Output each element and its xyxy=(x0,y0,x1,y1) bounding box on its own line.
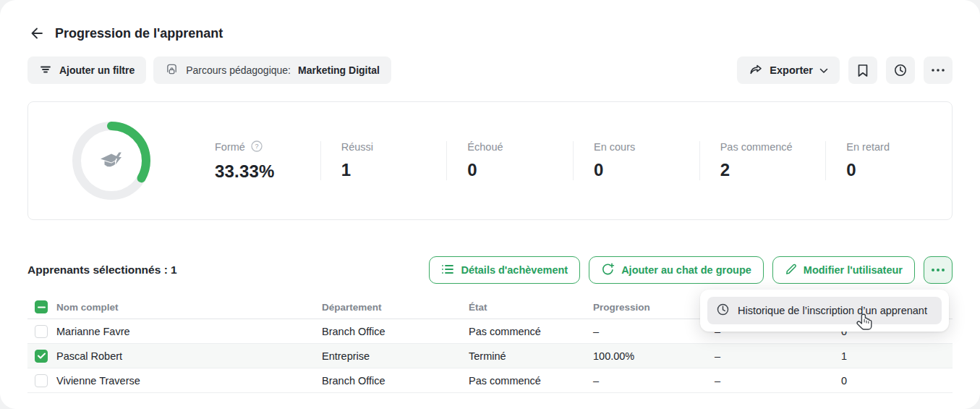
filter-icon xyxy=(39,63,52,78)
stat-in-progress-label: En cours xyxy=(594,141,635,153)
export-label: Exporter xyxy=(770,64,813,76)
history-button[interactable] xyxy=(886,56,915,84)
stat-overdue-label: En retard xyxy=(846,141,890,153)
stat-trained: Formé ? 33.33% xyxy=(195,140,320,182)
edit-user-label: Modifier l'utilisateur xyxy=(804,264,903,276)
more-options-button[interactable] xyxy=(924,56,953,84)
add-group-chat-button[interactable]: Ajouter au chat de groupe xyxy=(589,256,764,284)
learner-state: Terminé xyxy=(469,350,593,362)
clock-icon xyxy=(716,303,730,319)
menu-item-label: Historique de l’inscription d’un apprena… xyxy=(738,305,927,316)
stat-failed-label: Échoué xyxy=(467,141,503,153)
learner-state: Pas commencé xyxy=(469,375,593,387)
locked-course-icon xyxy=(165,62,179,78)
stat-trained-value: 33.33% xyxy=(215,161,320,182)
column-header-state[interactable]: État xyxy=(469,302,593,313)
help-icon[interactable]: ? xyxy=(251,140,263,154)
learner-col5: – xyxy=(715,375,841,387)
learner-state: Pas commencé xyxy=(469,326,593,337)
trained-donut-chart xyxy=(28,120,195,201)
learner-progression: – xyxy=(593,326,715,337)
stat-overdue: En retard 0 xyxy=(825,141,952,180)
completion-details-button[interactable]: Détails d'achèvement xyxy=(429,256,580,284)
page-header: Progression de l'apprenant xyxy=(0,0,980,42)
more-selection-actions-button[interactable] xyxy=(924,256,953,284)
stat-in-progress: En cours 0 xyxy=(573,141,699,180)
add-group-chat-label: Ajouter au chat de groupe xyxy=(621,264,751,276)
more-actions-dropdown: Historique de l’inscription d’un apprena… xyxy=(700,290,949,332)
stat-passed-value: 1 xyxy=(341,160,447,180)
add-circle-icon xyxy=(601,262,615,278)
ellipsis-icon xyxy=(932,69,945,72)
learner-name: Pascal Robert xyxy=(56,350,322,362)
toolbar-right: Exporter xyxy=(737,56,953,84)
add-filter-label: Ajouter un filtre xyxy=(59,64,135,76)
stats-card: Formé ? 33.33% Réussi 1 Échoué 0 En cour… xyxy=(27,101,953,220)
learner-progression: 100.00% xyxy=(593,350,715,362)
stat-not-started: Pas commencé 2 xyxy=(699,141,826,180)
bookmark-button[interactable] xyxy=(848,56,877,84)
row-checkbox[interactable] xyxy=(35,350,48,363)
learner-name: Vivienne Traverse xyxy=(56,375,322,387)
learner-department: Branch Office xyxy=(322,375,469,387)
selection-bar: Apprenants sélectionnés : 1 Détails d'ac… xyxy=(27,256,953,284)
select-all-checkbox[interactable] xyxy=(35,300,48,313)
stat-overdue-value: 0 xyxy=(846,160,952,180)
pencil-icon xyxy=(785,263,797,277)
toolbar: Ajouter un filtre Parcours pédagogique: … xyxy=(27,56,953,84)
learner-progression: – xyxy=(593,375,715,387)
learner-department: Entreprise xyxy=(322,350,469,362)
column-header-department[interactable]: Département xyxy=(322,302,469,313)
row-checkbox[interactable] xyxy=(35,374,48,387)
applied-filter-label: Parcours pédagogique: xyxy=(186,64,291,76)
completion-details-label: Détails d'achèvement xyxy=(461,264,568,276)
selection-actions: Détails d'achèvement Ajouter au chat de … xyxy=(429,256,953,284)
bookmark-icon xyxy=(857,64,869,77)
row-checkbox[interactable] xyxy=(35,325,48,338)
add-filter-button[interactable]: Ajouter un filtre xyxy=(27,56,146,84)
learner-progress-page: Progression de l'apprenant Ajouter un fi… xyxy=(0,0,980,409)
learner-department: Branch Office xyxy=(322,326,469,337)
ellipsis-icon xyxy=(932,269,945,271)
selected-learners-count: Apprenants sélectionnés : 1 xyxy=(27,263,177,277)
table-row[interactable]: Pascal Robert Entreprise Terminé 100.00%… xyxy=(27,344,953,368)
table-row[interactable]: Vivienne Traverse Branch Office Pas comm… xyxy=(27,368,953,393)
menu-item-enrollment-history[interactable]: Historique de l’inscription d’un apprena… xyxy=(707,297,942,324)
column-header-progression[interactable]: Progression xyxy=(593,302,715,313)
stat-not-started-label: Pas commencé xyxy=(720,141,793,153)
learner-name: Marianne Favre xyxy=(56,326,322,337)
graduation-bolt-icon xyxy=(71,120,152,201)
stat-not-started-value: 2 xyxy=(720,160,826,180)
back-arrow-icon[interactable] xyxy=(27,25,45,42)
stat-passed: Réussi 1 xyxy=(320,141,447,180)
filter-chips: Ajouter un filtre Parcours pédagogique: … xyxy=(27,56,391,84)
stat-trained-label: Formé xyxy=(215,141,245,153)
column-header-name[interactable]: Nom complet xyxy=(56,302,322,313)
edit-user-button[interactable]: Modifier l'utilisateur xyxy=(772,256,915,284)
learner-col6: 1 xyxy=(841,350,953,362)
applied-filter-chip[interactable]: Parcours pédagogique: Marketing Digital xyxy=(153,56,391,84)
stat-failed: Échoué 0 xyxy=(446,141,573,180)
learner-col5: – xyxy=(715,350,841,362)
clock-icon xyxy=(893,63,908,77)
stat-failed-value: 0 xyxy=(467,160,573,180)
learner-col6: 0 xyxy=(841,375,953,387)
stat-passed-label: Réussi xyxy=(341,141,373,153)
applied-filter-value: Marketing Digital xyxy=(298,64,380,76)
export-button[interactable]: Exporter xyxy=(737,56,840,84)
page-title: Progression de l'apprenant xyxy=(55,26,223,41)
chevron-down-icon xyxy=(819,64,828,76)
list-icon xyxy=(441,263,454,277)
share-icon xyxy=(749,62,763,79)
stat-in-progress-value: 0 xyxy=(594,160,699,180)
svg-text:?: ? xyxy=(255,143,258,150)
